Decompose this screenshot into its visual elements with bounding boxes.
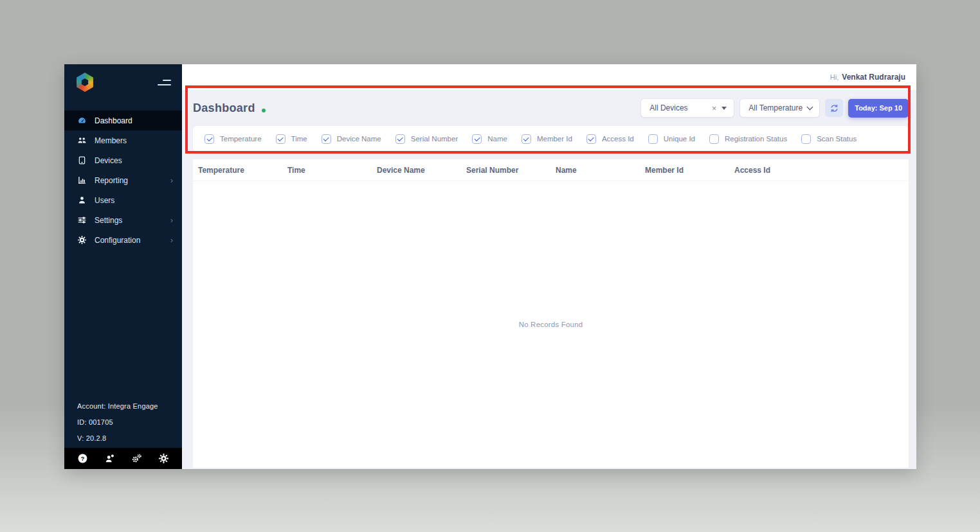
sidebar-item-settings[interactable]: Settings (64, 210, 182, 230)
help-icon[interactable]: ? (77, 453, 88, 464)
checkbox-icon (648, 134, 658, 144)
user-menu[interactable]: Venkat Rudraraju (842, 73, 905, 82)
checkbox-icon (322, 134, 331, 144)
temperature-filter-select[interactable]: All Temperature (740, 98, 820, 118)
chevron-right-icon (170, 177, 173, 184)
table-body: No Records Found (193, 181, 909, 468)
account-info: Account: Integra Engage ID: 001705 V: 20… (77, 402, 158, 442)
table-header-row: Temperature Time Device Name Serial Numb… (193, 159, 909, 181)
table-header-cell: Name (556, 166, 645, 175)
chevron-right-icon (170, 217, 173, 224)
refresh-icon (830, 103, 839, 113)
sidebar-nav: Dashboard Members Devices (64, 111, 182, 250)
column-toggle-time[interactable]: Time (276, 134, 307, 144)
page-content: Dashboard All Devices All Temperature (182, 90, 916, 469)
page-title: Dashboard (193, 102, 255, 115)
sidebar-item-label: Configuration (95, 236, 140, 245)
sidebar-item-users[interactable]: Users (64, 190, 182, 210)
records-table: Temperature Time Device Name Serial Numb… (193, 159, 909, 468)
device-filter-value: All Devices (649, 103, 687, 112)
svg-text:?: ? (81, 456, 85, 462)
column-toggle-registration-status[interactable]: Registration Status (709, 134, 787, 144)
column-toggle-serial-number[interactable]: Serial Number (395, 134, 458, 144)
clear-icon[interactable] (712, 104, 717, 112)
sidebar-item-label: Settings (95, 216, 122, 225)
chevron-down-icon (807, 103, 813, 110)
checkbox-icon (586, 134, 596, 144)
checkbox-icon (276, 134, 286, 144)
chevron-right-icon (170, 236, 173, 244)
checkbox-icon (472, 134, 482, 144)
temperature-filter-value: All Temperature (749, 103, 803, 112)
sidebar-item-label: Dashboard (95, 116, 132, 125)
main-area: Hi, Venkat Rudraraju Dashboard All Devic… (182, 64, 916, 469)
filter-toolbar: All Devices All Temperature (640, 98, 909, 118)
table-header-cell: Serial Number (466, 166, 556, 175)
account-id: ID: 001705 (77, 418, 158, 426)
gear-icon (77, 235, 87, 245)
greeting-prefix: Hi, (830, 73, 839, 81)
topbar: Hi, Venkat Rudraraju (182, 64, 916, 90)
table-header-cell: Device Name (377, 166, 466, 175)
app-window: Dashboard Members Devices (64, 64, 916, 469)
account-name: Account: Integra Engage (77, 402, 158, 410)
sidebar-item-reporting[interactable]: Reporting (64, 170, 182, 190)
desktop-background: Dashboard Members Devices (0, 0, 980, 532)
sidebar-item-label: Reporting (95, 176, 128, 185)
status-dot-icon (262, 109, 266, 112)
gear-icon[interactable] (158, 453, 169, 464)
page-header: Dashboard All Devices All Temperature (193, 90, 909, 126)
sidebar-item-label: Members (95, 136, 127, 145)
sidebar-item-label: Users (95, 196, 114, 205)
user-icon (77, 195, 87, 205)
checkbox-icon (709, 134, 719, 144)
checkbox-icon (204, 134, 214, 144)
today-date-button[interactable]: Today: Sep 10 (848, 99, 909, 118)
sidebar-toggle-icon[interactable] (158, 80, 171, 85)
column-toggle-member-id[interactable]: Member Id (522, 134, 572, 144)
device-filter-select[interactable]: All Devices (640, 98, 734, 118)
checkbox-icon (801, 134, 811, 144)
app-logo (75, 73, 95, 92)
column-toggle-unique-id[interactable]: Unique Id (648, 134, 695, 144)
tablet-icon (77, 155, 87, 165)
dashboard-gauge-icon (77, 116, 87, 125)
table-header-cell: Temperature (198, 166, 287, 175)
sidebar-item-members[interactable]: Members (64, 130, 182, 150)
checkbox-icon (395, 134, 405, 144)
column-toggle-scan-status[interactable]: Scan Status (801, 134, 857, 144)
sliders-icon (77, 215, 87, 225)
sidebar-item-dashboard[interactable]: Dashboard (64, 111, 182, 130)
gears-icon[interactable] (131, 453, 142, 464)
column-toggles-card: Temperature Time Device Name Serial Numb… (193, 126, 909, 152)
column-toggle-device-name[interactable]: Device Name (322, 134, 381, 144)
caret-down-icon (721, 107, 727, 110)
column-toggle-temperature[interactable]: Temperature (204, 134, 262, 144)
sidebar-item-devices[interactable]: Devices (64, 150, 182, 170)
app-version: V: 20.2.8 (77, 434, 158, 442)
user-notification-icon[interactable] (104, 453, 115, 464)
column-toggle-name[interactable]: Name (472, 134, 507, 144)
bar-chart-icon (77, 175, 87, 185)
table-header-cell: Time (287, 166, 377, 175)
table-header-cell: Member Id (645, 166, 734, 175)
table-header-cell: Access Id (734, 166, 824, 175)
sidebar-footer: ? (64, 448, 182, 469)
sidebar: Dashboard Members Devices (64, 64, 182, 469)
checkbox-icon (522, 134, 531, 144)
column-toggle-access-id[interactable]: Access Id (586, 134, 634, 144)
empty-state-message: No Records Found (519, 321, 583, 328)
refresh-button[interactable] (825, 99, 843, 117)
members-group-icon (77, 136, 87, 145)
sidebar-item-label: Devices (95, 156, 122, 165)
sidebar-item-configuration[interactable]: Configuration (64, 230, 182, 250)
